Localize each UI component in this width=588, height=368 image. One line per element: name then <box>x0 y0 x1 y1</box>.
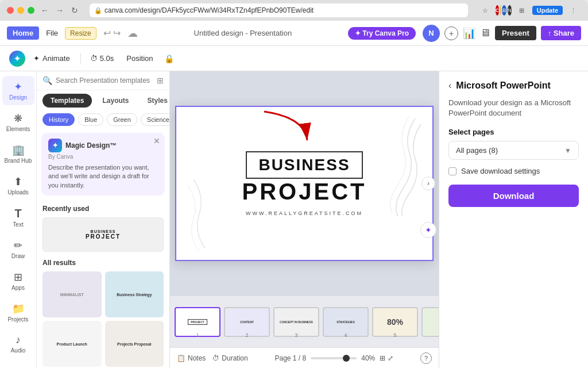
recently-used-template[interactable]: BUSINESS PROJECT <box>42 217 164 252</box>
save-settings-label[interactable]: Save download settings <box>461 167 540 175</box>
download-button[interactable]: Download <box>448 185 579 207</box>
resize-button[interactable]: Resize <box>65 27 96 40</box>
zoom-level: 40% <box>361 354 375 362</box>
elements-icon: ❋ <box>14 112 22 125</box>
sidebar-item-apps[interactable]: ⊞ Apps <box>2 266 34 296</box>
user-avatar[interactable]: N <box>423 25 440 42</box>
expand-button[interactable]: ✦ <box>420 222 436 238</box>
back-button[interactable]: ← <box>39 5 51 16</box>
duration-button[interactable]: ⏱ 5.0s <box>86 51 119 66</box>
notes-button[interactable]: 📋 Notes <box>177 354 206 362</box>
result-thumb-1-label: MINIMALIST <box>60 293 84 297</box>
zoom-slider[interactable] <box>311 357 357 359</box>
file-menu[interactable]: File <box>46 29 58 37</box>
sidebar-item-design[interactable]: ✦ Design <box>2 76 34 105</box>
bookmark-icon[interactable]: ☆ <box>477 4 493 17</box>
right-panel-powerpoint: ‹ Microsoft PowerPoint Download your des… <box>439 71 588 368</box>
thumb-slide-6[interactable]: VALUES <box>421 307 439 337</box>
close-window-button[interactable] <box>7 7 14 14</box>
chip-history[interactable]: History <box>42 113 75 126</box>
result-thumb-2[interactable]: Business Strategy <box>105 271 164 317</box>
home-button[interactable]: Home <box>7 26 39 40</box>
result-thumb-1[interactable]: MINIMALIST <box>42 271 102 317</box>
analytics-icon[interactable]: 📊 <box>463 27 475 40</box>
present-button[interactable]: Present <box>495 26 536 40</box>
history-controls: ↩ ↪ <box>103 28 121 39</box>
sidebar-item-uploads[interactable]: ⬆ Uploads <box>2 171 34 200</box>
thumb-item-1: PROJECT 1 <box>175 307 220 337</box>
minimize-window-button[interactable] <box>17 7 24 14</box>
add-collaborator-button[interactable]: + <box>444 26 458 40</box>
thumb-num-4: 4 <box>344 332 347 338</box>
help-button[interactable]: ? <box>420 352 432 364</box>
present-icon[interactable]: 🖥 <box>480 27 490 39</box>
select-pages-dropdown[interactable]: All pages (8) ▼ <box>448 141 579 160</box>
header-right-controls: N + 📊 🖥 Present ↑ Share <box>423 25 581 42</box>
fullscreen-icon[interactable]: ⤢ <box>388 354 393 362</box>
save-settings-checkbox[interactable] <box>448 167 457 175</box>
thumb-num-2: 2 <box>245 332 248 338</box>
sidebar: ✦ Design ❋ Elements 🏢 Brand Hub ⬆ Upload… <box>0 71 37 368</box>
url-text: canva.com/design/DAFk5yccFWw/Wi34RxTZn4p… <box>105 6 314 14</box>
result-thumb-4[interactable]: Projects Proposal <box>105 321 164 367</box>
search-bar: 🔍 ⊞ <box>37 71 169 90</box>
canvas-next-arrow[interactable]: › <box>421 177 435 190</box>
duration-label: 5.0s <box>100 54 114 63</box>
wave-decoration-left <box>182 174 239 254</box>
share-button[interactable]: ↑ Share <box>541 26 581 40</box>
tab-layouts[interactable]: Layouts <box>94 94 137 108</box>
magic-design-description: Describe the presentation you want, and … <box>48 163 158 190</box>
filter-icon[interactable]: ⊞ <box>157 76 164 85</box>
profile-icon[interactable]: C ⊞ N <box>496 4 512 17</box>
position-button[interactable]: Position <box>121 51 158 66</box>
animate-button[interactable]: ✦ Animate <box>28 51 76 66</box>
all-results-title: All results <box>42 259 164 267</box>
thumb-num-5: 5 <box>393 332 396 338</box>
recent-thumb-title: BUSINESS <box>86 229 121 233</box>
magic-design-close-button[interactable]: ✕ <box>153 136 160 145</box>
sidebar-label-audio: Audio <box>11 347 26 354</box>
redo-button[interactable]: ↪ <box>113 28 121 39</box>
brand-hub-icon: 🏢 <box>12 144 25 156</box>
slide-url: WWW.REALLYGREATSITE.COM <box>242 210 367 216</box>
panel-tabs: Templates Layouts Styles <box>37 90 169 111</box>
undo-button[interactable]: ↩ <box>103 28 111 39</box>
tab-styles[interactable]: Styles <box>139 94 170 108</box>
search-input[interactable] <box>56 76 153 85</box>
projects-icon: 📁 <box>12 302 25 315</box>
arrow-overlay <box>258 106 316 154</box>
grid-view-icon[interactable]: ⊞ <box>380 354 385 362</box>
sidebar-item-text[interactable]: T Text <box>2 202 34 232</box>
result-thumb-3[interactable]: Product Launch <box>42 321 102 367</box>
lock-icon[interactable]: 🔒 <box>161 51 177 66</box>
sidebar-item-audio[interactable]: ♪ Audio <box>2 329 34 358</box>
magic-design-subtitle: By Canva <box>48 154 158 160</box>
browser-nav: ← → ↻ <box>39 5 80 16</box>
duration-button[interactable]: ⏱ Duration <box>212 354 247 362</box>
chip-science[interactable]: Science <box>141 113 169 126</box>
thumb-item-6: VALUES 6 <box>421 307 439 337</box>
tab-templates[interactable]: Templates <box>42 94 92 108</box>
save-settings-row: Save download settings <box>448 167 579 175</box>
sidebar-item-projects[interactable]: 📁 Projects <box>2 298 34 327</box>
filter-chips: History Blue Green Science Bus <box>37 111 169 131</box>
menu-icon[interactable]: ⋮ <box>565 4 581 17</box>
try-canva-pro-button[interactable]: ✦ Try Canva Pro <box>348 27 416 40</box>
chip-blue[interactable]: Blue <box>78 113 103 126</box>
update-button[interactable]: Update <box>532 6 563 15</box>
resize-label: Resize <box>70 29 91 37</box>
maximize-window-button[interactable] <box>28 7 34 14</box>
chip-green[interactable]: Green <box>107 113 137 126</box>
extensions-icon[interactable]: ⊞ <box>514 4 530 17</box>
sidebar-item-brand-hub[interactable]: 🏢 Brand Hub <box>2 139 34 168</box>
sidebar-item-elements[interactable]: ❋ Elements <box>2 108 34 137</box>
sidebar-item-draw[interactable]: ✏ Draw <box>2 235 34 264</box>
refresh-button[interactable]: ↻ <box>69 5 80 16</box>
forward-button[interactable]: → <box>54 5 65 16</box>
address-bar[interactable]: 🔒 canva.com/design/DAFk5yccFWw/Wi34RxTZn… <box>90 3 468 17</box>
panel-back-button[interactable]: ‹ <box>448 80 451 91</box>
canvas-main: BUSINESS PROJECT WWW.REALLYGREATSITE.COM <box>170 71 439 296</box>
recent-thumb-subtitle: PROJECT <box>86 233 121 240</box>
cloud-save-icon: ☁ <box>127 27 138 40</box>
search-icon: 🔍 <box>42 76 52 85</box>
